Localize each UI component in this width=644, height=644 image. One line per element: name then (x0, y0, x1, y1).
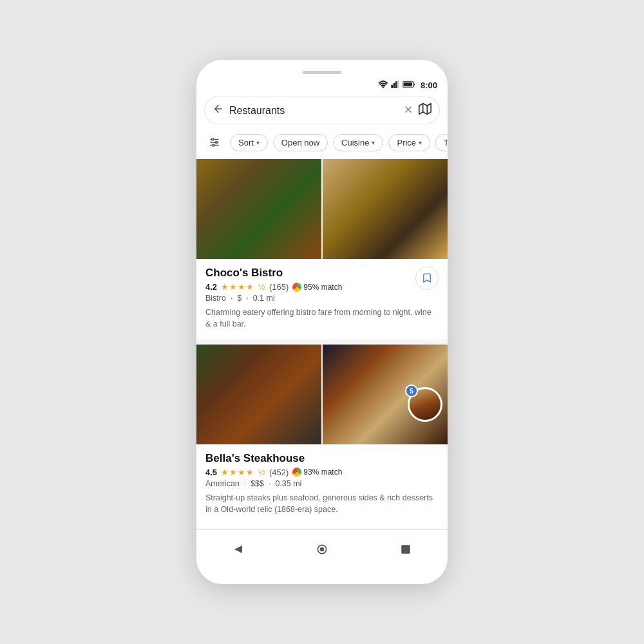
status-bar: 8:00 (196, 79, 448, 93)
svg-rect-5 (403, 82, 412, 86)
bellas-match-percent: 93% match (303, 468, 342, 477)
price-chip[interactable]: Price ▾ (388, 134, 430, 151)
chocos-name: Choco's Bistro (205, 267, 439, 279)
nav-back-button[interactable] (227, 538, 250, 561)
nav-home-button[interactable] (310, 538, 334, 561)
chocos-info: Choco's Bistro 4.2 ★★★★½ (165) 95% match… (196, 259, 448, 339)
chocos-review-count: (165) (269, 282, 289, 292)
restaurant-card-chocos[interactable]: Choco's Bistro 4.2 ★★★★½ (165) 95% match… (196, 159, 448, 339)
open-now-chip[interactable]: Open now (273, 134, 328, 151)
nav-recents-button[interactable] (394, 538, 417, 561)
cuisine-chip[interactable]: Cuisine ▾ (333, 134, 383, 151)
bellas-rating-number: 4.5 (205, 468, 217, 477)
filter-sliders-button[interactable] (204, 132, 225, 153)
bellas-price: $$$ (251, 479, 264, 488)
status-icons: 8:00 (378, 80, 437, 90)
chocos-rating-number: 4.2 (205, 282, 217, 292)
chocos-images (196, 159, 448, 259)
chocos-cuisine: Bistro (205, 294, 226, 303)
svg-rect-20 (401, 545, 410, 554)
chocos-star-half: ½ (258, 282, 265, 292)
phone-handle (303, 71, 341, 74)
bellas-name: Bella's Steakhouse (205, 452, 439, 465)
bellas-description: Straight-up steaks plus seafood, generou… (205, 492, 439, 515)
svg-marker-17 (234, 545, 242, 553)
search-query: Restaurants (229, 105, 398, 117)
results-area: Choco's Bistro 4.2 ★★★★½ (165) 95% match… (196, 159, 448, 524)
sort-chip-label: Sort (238, 138, 254, 147)
svg-rect-1 (393, 83, 395, 88)
bellas-stars: ★★★★ (221, 468, 254, 477)
restaurant-card-bellas[interactable]: 5 Bella's Steakhouse 4.5 ★★★★½ (452) 93%… (196, 345, 448, 524)
status-time: 8:00 (421, 80, 437, 90)
svg-point-14 (212, 138, 214, 140)
bellas-match-badge: 93% match (292, 468, 342, 477)
bellas-info: Bella's Steakhouse 4.5 ★★★★½ (452) 93% m… (196, 444, 448, 524)
open-now-chip-label: Open now (281, 138, 319, 147)
bellas-image-1 (196, 345, 321, 444)
svg-point-19 (321, 547, 324, 551)
search-bar[interactable]: Restaurants (204, 97, 440, 124)
more-chip[interactable]: T (435, 134, 448, 151)
filter-row: Sort ▾ Open now Cuisine ▾ Price ▾ T (196, 129, 448, 159)
phone-frame: 8:00 Restaurants Sort ▾ (196, 60, 448, 584)
chocos-image-1 (196, 159, 321, 259)
signal-icon (391, 80, 400, 90)
chocos-rating-row: 4.2 ★★★★½ (165) 95% match (205, 282, 439, 292)
chocos-description: Charming eatery offering bistro fare fro… (205, 307, 439, 330)
clear-button[interactable] (403, 104, 413, 117)
avatar-count-badge: 5 (405, 384, 418, 397)
search-actions (403, 102, 431, 118)
svg-point-16 (213, 144, 214, 146)
cuisine-chip-label: Cuisine (341, 138, 369, 147)
cuisine-chevron-icon: ▾ (372, 139, 375, 146)
search-bar-row: Restaurants (196, 93, 448, 129)
chocos-cuisine-row: Bistro · $ · 0.1 mi (205, 294, 439, 303)
chocos-bookmark-button[interactable] (415, 267, 439, 290)
chocos-match-percent: 95% match (303, 283, 342, 292)
svg-point-15 (216, 142, 218, 144)
chocos-price: $ (237, 294, 242, 303)
svg-marker-8 (419, 104, 431, 115)
bellas-distance: 0.35 mi (275, 479, 301, 488)
price-chevron-icon: ▾ (419, 139, 422, 146)
nav-bar (196, 529, 448, 571)
bellas-images: 5 (196, 345, 448, 444)
bellas-image-2: 5 (321, 345, 448, 444)
battery-icon (402, 80, 415, 90)
svg-rect-2 (395, 82, 397, 89)
svg-rect-3 (397, 80, 399, 88)
bellas-match-circle (292, 468, 301, 477)
bellas-star-half: ½ (258, 468, 265, 477)
avatar-badge-wrap: 5 (408, 387, 442, 424)
sort-chevron-icon: ▾ (256, 139, 260, 146)
avatar-count: 5 (410, 387, 413, 395)
bellas-rating-row: 4.5 ★★★★½ (452) 93% match (205, 468, 439, 477)
avatar-container: 5 (408, 387, 442, 422)
more-chip-label: T (444, 138, 448, 147)
price-chip-label: Price (397, 138, 416, 147)
wifi-icon (378, 80, 388, 90)
map-view-button[interactable] (419, 102, 431, 118)
back-button[interactable] (213, 103, 224, 118)
bellas-review-count: (452) (269, 468, 289, 477)
chocos-image-2 (321, 159, 448, 259)
chocos-match-circle (292, 283, 301, 292)
phone-notch (196, 60, 448, 79)
bellas-cuisine: American (205, 479, 240, 488)
chocos-stars: ★★★★ (221, 282, 254, 292)
chocos-match-badge: 95% match (292, 283, 342, 292)
svg-rect-0 (391, 85, 393, 88)
sort-chip[interactable]: Sort ▾ (230, 134, 268, 151)
chocos-distance: 0.1 mi (253, 294, 275, 303)
bellas-cuisine-row: American · $$$ · 0.35 mi (205, 479, 439, 488)
